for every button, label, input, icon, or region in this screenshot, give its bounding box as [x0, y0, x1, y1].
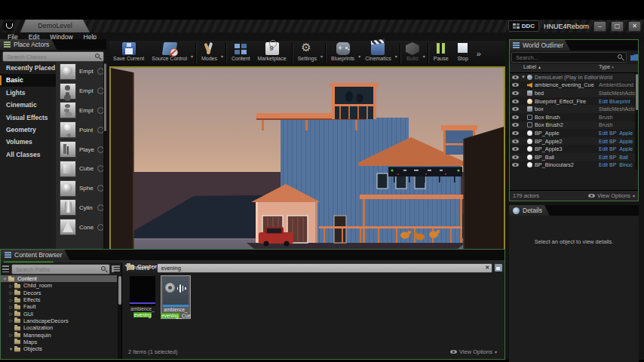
new-folder-icon[interactable]	[630, 54, 638, 61]
settings-button[interactable]: Settings	[294, 41, 320, 66]
actor-sphere[interactable]: Sphe	[56, 179, 106, 198]
visibility-eye-icon[interactable]	[512, 115, 519, 119]
edit-blueprint-link[interactable]: Edit Blueprint	[599, 99, 638, 104]
tree-folder-content[interactable]: ▼Content	[1, 275, 117, 282]
visibility-eye-icon[interactable]	[512, 91, 519, 95]
tree-folder[interactable]: ▷Fault	[1, 303, 117, 310]
outliner-row[interactable]: ▼DemoLevel (Play In Editor)World	[510, 73, 638, 81]
sort-by-type[interactable]: Type ▾	[599, 64, 638, 72]
toolbar-overflow-button[interactable]: »	[474, 49, 484, 58]
close-button[interactable]: ✕	[628, 21, 641, 32]
outliner-row[interactable]: BP_Apple3Edit BP_Apple	[510, 145, 638, 153]
visibility-eye-icon[interactable]	[512, 155, 519, 159]
save-current-button[interactable]: Save Current	[109, 41, 148, 66]
ddc-badge[interactable]: DDC	[508, 20, 539, 32]
visibility-eye-icon[interactable]	[512, 83, 519, 87]
minimize-button[interactable]: –	[593, 21, 606, 32]
visibility-eye-icon[interactable]	[512, 100, 519, 103]
outliner-row[interactable]: BP_AppleEdit BP_Apple	[510, 129, 638, 137]
marketplace-button[interactable]: Marketplace	[254, 41, 290, 66]
tree-folder[interactable]: ▷Mannequin	[1, 331, 117, 338]
edit-blueprint-link[interactable]: Edit BP_Apple	[599, 139, 638, 144]
tree-folder[interactable]: Maps	[1, 339, 117, 345]
cinematics-caret[interactable]: ▾	[395, 54, 397, 59]
blueprints-button[interactable]: Blueprints	[327, 41, 358, 66]
category-geometry[interactable]: Geometry	[0, 124, 56, 136]
actor-cone[interactable]: Cone	[56, 217, 106, 237]
settings-caret[interactable]: ▾	[320, 54, 323, 59]
source-control-caret[interactable]: ▾	[191, 54, 193, 59]
tree-folder[interactable]: ▷GUI	[1, 310, 117, 317]
visibility-eye-icon[interactable]	[512, 147, 519, 151]
details-tab[interactable]: Details	[509, 205, 550, 216]
visibility-eye-icon[interactable]	[512, 140, 519, 143]
visibility-eye-icon[interactable]	[512, 75, 519, 79]
stop-button[interactable]: Stop	[452, 41, 474, 66]
pause-button[interactable]: Pause	[430, 41, 452, 66]
outliner-view-options[interactable]: View Options▾	[588, 192, 635, 199]
visibility-eye-icon[interactable]	[512, 107, 519, 111]
edit-blueprint-link[interactable]: Edit BP_Binoc	[599, 162, 638, 167]
outliner-search-input[interactable]	[514, 54, 618, 62]
asset-sound-cue[interactable]: ambience_ evening_Cue	[161, 275, 191, 319]
outliner-row[interactable]: BP_BallEdit BP_Ball	[510, 153, 638, 161]
filters-button[interactable]: Filters	[133, 265, 150, 272]
level-tab[interactable]: DemoLevel	[20, 20, 90, 32]
source-control-button[interactable]: Source Control	[148, 41, 191, 66]
outliner-row[interactable]: bedStaticMeshActor	[510, 89, 638, 97]
actor-point-light[interactable]: Point	[56, 120, 106, 140]
tree-folder[interactable]: ▷LandscapeDecors	[1, 318, 117, 324]
outliner-row[interactable]: Box BrushBrush	[510, 113, 638, 121]
world-outliner-tab[interactable]: World Outliner	[510, 40, 570, 51]
level-viewport[interactable]	[109, 66, 505, 265]
tree-folder[interactable]: ▷Child_room	[1, 282, 117, 289]
tree-folder[interactable]: ▷Effects	[1, 296, 117, 303]
content-browser-tab[interactable]: Content Browser	[1, 250, 69, 260]
restore-button[interactable]: ▢	[611, 21, 624, 32]
outliner-row[interactable]: BP_Apple2Edit BP_Apple	[510, 137, 638, 146]
actor-cylinder[interactable]: Cylin	[56, 198, 106, 218]
title-bar[interactable]: DemoLevel DDC HNUE4Reborn – ▢ ✕	[0, 20, 644, 32]
sort-by-label[interactable]: Label ▲	[510, 64, 599, 72]
place-actors-scrollbar[interactable]	[103, 62, 106, 249]
actor-cube[interactable]: Cube	[56, 159, 106, 179]
expander-icon[interactable]: ▼	[521, 75, 526, 79]
category-lights[interactable]: Lights	[0, 87, 56, 99]
outliner-row[interactable]: boxStaticMeshActor	[510, 105, 638, 113]
outliner-row[interactable]: Blueprint_Effect_FireEdit Blueprint	[510, 97, 638, 106]
edit-blueprint-link[interactable]: Edit BP_Apple	[599, 146, 638, 152]
category-recently-placed[interactable]: Recently Placed	[0, 62, 56, 74]
list-view-icon[interactable]	[112, 265, 120, 272]
actor-player-start[interactable]: Playe	[56, 140, 106, 159]
tree-folder[interactable]: Localization	[1, 324, 117, 331]
category-visual-effects[interactable]: Visual Effects	[0, 112, 56, 124]
edit-blueprint-link[interactable]: Edit BP_Apple	[599, 130, 638, 136]
edit-blueprint-link[interactable]: Edit BP_Ball	[599, 155, 638, 160]
sources-toggle-icon[interactable]	[2, 265, 9, 272]
visibility-eye-icon[interactable]	[512, 123, 519, 127]
blueprints-caret[interactable]: ▾	[358, 54, 360, 59]
outliner-row[interactable]: Box Brush2Brush	[510, 121, 638, 130]
tree-folder[interactable]: ▷Decors	[1, 290, 117, 296]
tree-scrollbar[interactable]	[118, 275, 121, 359]
modes-caret[interactable]: ▾	[221, 54, 223, 59]
outliner-scrollbar[interactable]	[635, 73, 638, 170]
actor-empty-character[interactable]: Empt	[56, 81, 106, 101]
category-all-classes[interactable]: All Classes	[0, 149, 56, 161]
category-cinematic[interactable]: Cinematic	[0, 99, 56, 111]
category-basic[interactable]: Basic	[0, 74, 56, 86]
actor-empty-actor[interactable]: Empt	[56, 62, 106, 81]
tree-folder[interactable]: ▼Objects	[1, 345, 117, 352]
outliner-row[interactable]: ambience_evening_CueAmbientSound	[510, 81, 638, 90]
class-search-input[interactable]	[5, 53, 95, 61]
visibility-eye-icon[interactable]	[512, 163, 519, 167]
caret-icon[interactable]: ▾	[152, 265, 155, 271]
path-search-input[interactable]	[14, 265, 101, 274]
content-button[interactable]: Content	[228, 41, 254, 66]
cinematics-button[interactable]: Cinematics	[361, 41, 395, 66]
content-view-options[interactable]: View Options ▾	[450, 348, 497, 355]
asset-sound-wave[interactable]: ambience_ evening	[128, 275, 157, 319]
modes-button[interactable]: Modes	[198, 41, 221, 66]
asset-search-input[interactable]	[160, 264, 486, 272]
actor-empty-pawn[interactable]: Empt	[56, 101, 106, 121]
